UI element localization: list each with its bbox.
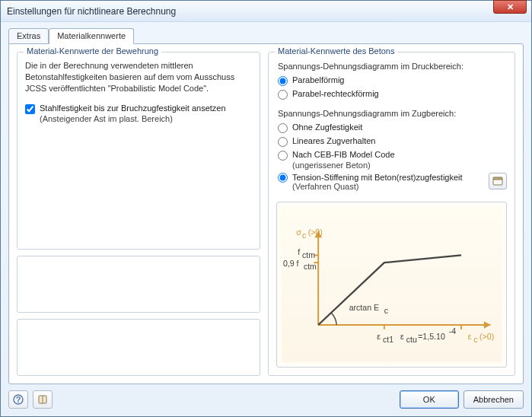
tension-label: Spannungs-Dehnungsdiagramm im Zugbereich…	[276, 109, 507, 118]
svg-text:=1,5.10: =1,5.10	[418, 332, 445, 341]
svg-text:arctan E: arctan E	[349, 303, 379, 312]
svg-text:c: c	[473, 335, 478, 344]
svg-text:c: c	[302, 231, 307, 240]
compression-radiogroup: Parabelförmig Parabel-rechteckförmig	[276, 75, 507, 100]
group-reinforcement-legend: Material-Kennwerte der Bewehrung	[24, 46, 161, 56]
titlebar: Einstellungen für nichtlineare Berechnun…	[1, 1, 531, 22]
tension-radiogroup: Ohne Zugfestigkeit Lineares Zugverhalten…	[276, 123, 507, 191]
radio-tension-stiffening-label: Tension-Stiffening mit Beton(rest)zugfes…	[292, 173, 463, 182]
group-reinforcement: Material-Kennwerte der Bewehrung Die in …	[17, 52, 260, 250]
radio-ceb-sublabel: (ungerissener Beton)	[278, 161, 507, 170]
radio-parabel-label: Parabelförmig	[292, 75, 344, 84]
radio-linear-tension[interactable]	[278, 137, 288, 147]
svg-text:(>0): (>0)	[479, 332, 494, 341]
tabstrip: Extras Materialkennwerte	[8, 28, 524, 44]
cancel-button-label: Abbrechen	[473, 395, 514, 404]
svg-text:ε: ε	[468, 332, 472, 341]
left-column: Material-Kennwerte der Bewehrung Die in …	[17, 52, 260, 376]
radio-parabel-rechteck-row: Parabel-rechteckförmig	[278, 89, 507, 100]
book-icon	[37, 394, 48, 405]
help-button[interactable]: ?	[8, 390, 28, 409]
svg-text:ε: ε	[377, 332, 381, 341]
radio-linear-tension-label: Lineares Zugverhalten	[292, 136, 375, 145]
check-steel-strength-label: Stahlfestigkeit bis zur Bruchzugfestigke…	[40, 103, 226, 113]
empty-group-2	[17, 319, 260, 376]
radio-parabel-row: Parabelförmig	[278, 75, 507, 86]
svg-rect-1	[493, 177, 502, 180]
radio-ceb-row: Nach CEB-FIB Model Code	[278, 150, 507, 161]
tab-material-label: Materialkennwerte	[57, 31, 126, 40]
ok-button[interactable]: OK	[400, 390, 459, 409]
radio-parabel[interactable]	[278, 76, 288, 86]
svg-text:-4: -4	[449, 327, 457, 336]
diagram-container: σ c (>0) f ctm 0,9 f ctm arctan E c ε	[276, 202, 507, 368]
check-steel-strength-sublabel: (Ansteigender Ast im plast. Bereich)	[25, 114, 252, 123]
close-button[interactable]: ✕	[493, 0, 527, 14]
radio-tension-stiffening-sublabel: (Verfahren Quast)	[292, 182, 484, 191]
check-steel-strength[interactable]	[25, 104, 35, 114]
svg-text:0,9 f: 0,9 f	[283, 259, 299, 268]
radio-parabel-rechteck-label: Parabel-rechteckförmig	[292, 89, 379, 98]
info-button[interactable]	[33, 390, 53, 409]
client-area: Extras Materialkennwerte Material-Kennwe…	[1, 22, 531, 416]
svg-marker-3	[484, 321, 491, 329]
tension-stiffening-settings-button[interactable]	[489, 173, 507, 189]
ok-button-label: OK	[423, 395, 435, 404]
tab-extras-label: Extras	[17, 31, 40, 40]
empty-group-1	[17, 256, 260, 313]
group-concrete-legend: Material-Kennwerte des Betons	[275, 46, 397, 56]
svg-text:?: ?	[16, 395, 21, 404]
reinforcement-description: Die in der Berechnung verwendeten mittle…	[25, 60, 252, 94]
tab-page: Material-Kennwerte der Bewehrung Die in …	[8, 43, 524, 384]
check-steel-strength-row: Stahlfestigkeit bis zur Bruchzugfestigke…	[25, 103, 252, 114]
compression-label: Spannungs-Dehnungsdiagramm im Druckberei…	[276, 62, 507, 71]
svg-text:ct1: ct1	[383, 335, 393, 344]
radio-ceb-label: Nach CEB-FIB Model Code	[292, 150, 395, 159]
tab-extras[interactable]: Extras	[8, 28, 49, 44]
radio-no-tension[interactable]	[278, 123, 288, 133]
radio-ceb[interactable]	[278, 151, 288, 161]
settings-icon	[492, 177, 503, 186]
footer: ? OK Abbrechen	[8, 384, 524, 409]
svg-text:c: c	[384, 306, 389, 315]
window-title: Einstellungen für nichtlineare Berechnun…	[4, 6, 176, 17]
radio-no-tension-row: Ohne Zugfestigkeit	[278, 123, 507, 133]
svg-text:f: f	[298, 247, 300, 256]
close-icon: ✕	[507, 2, 514, 12]
radio-parabel-rechteck[interactable]	[278, 90, 288, 100]
radio-linear-tension-row: Lineares Zugverhalten	[278, 136, 507, 147]
svg-text:ctm: ctm	[302, 250, 315, 259]
svg-text:ctm: ctm	[304, 262, 317, 271]
svg-text:ε: ε	[400, 332, 404, 341]
group-concrete: Material-Kennwerte des Betons Spannungs-…	[268, 52, 515, 376]
cancel-button[interactable]: Abbrechen	[464, 390, 524, 409]
tab-materialkennwerte[interactable]: Materialkennwerte	[49, 28, 134, 44]
radio-tension-stiffening[interactable]	[278, 173, 288, 183]
radio-no-tension-label: Ohne Zugfestigkeit	[292, 123, 362, 132]
svg-text:ctu: ctu	[406, 335, 417, 344]
right-column: Material-Kennwerte des Betons Spannungs-…	[268, 52, 515, 376]
help-icon: ?	[13, 394, 24, 405]
dialog-window: Einstellungen für nichtlineare Berechnun…	[0, 0, 532, 417]
stress-strain-diagram: σ c (>0) f ctm 0,9 f ctm arctan E c ε	[282, 207, 502, 362]
svg-text:σ: σ	[296, 228, 301, 237]
svg-text:(>0): (>0)	[308, 228, 323, 237]
